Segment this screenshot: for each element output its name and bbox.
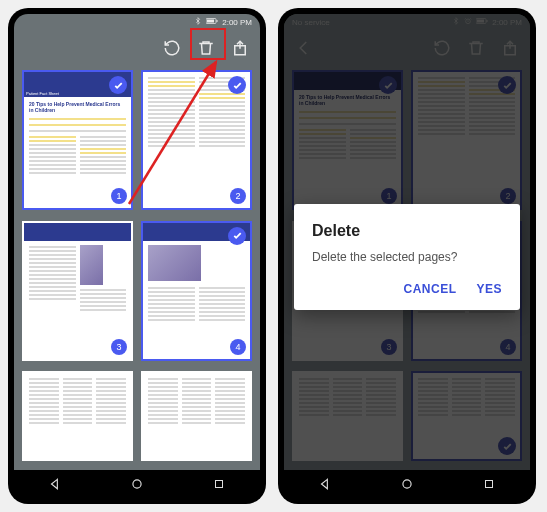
confirm-button[interactable]: YES	[476, 282, 502, 296]
delete-dialog: Delete Delete the selected pages? CANCEL…	[294, 204, 520, 310]
screen-left: 2:00 PM	[14, 14, 260, 470]
nav-home-button[interactable]	[397, 474, 417, 494]
svg-point-12	[403, 480, 411, 488]
selected-check-icon	[228, 76, 246, 94]
dialog-title: Delete	[312, 222, 502, 240]
status-bar: 2:00 PM	[14, 14, 260, 30]
page-thumb-2[interactable]: 2	[141, 70, 252, 210]
rotate-button[interactable]	[160, 36, 184, 60]
svg-rect-2	[207, 20, 214, 23]
doc-title: 20 Tips to Help Prevent Medical Errors i…	[29, 101, 126, 113]
page-number-badge: 4	[230, 339, 246, 355]
page-number-badge: 1	[111, 188, 127, 204]
nav-home-button[interactable]	[127, 474, 147, 494]
svg-rect-1	[217, 20, 218, 22]
nav-recent-button[interactable]	[479, 474, 499, 494]
page-grid: Patient Fact Sheet 20 Tips to Help Preve…	[14, 66, 260, 470]
status-time: 2:00 PM	[222, 18, 252, 27]
page-thumb-1[interactable]: Patient Fact Sheet 20 Tips to Help Preve…	[22, 70, 133, 210]
svg-rect-13	[486, 481, 493, 488]
bluetooth-icon	[194, 17, 202, 27]
page-thumb-4[interactable]: 4	[141, 221, 252, 361]
delete-button[interactable]	[194, 36, 218, 60]
page-thumb-5[interactable]	[22, 371, 133, 461]
nav-back-button[interactable]	[315, 474, 335, 494]
android-navbar	[284, 470, 530, 498]
svg-rect-6	[216, 481, 223, 488]
dialog-body: Delete the selected pages?	[312, 250, 502, 264]
toolbar	[14, 30, 260, 66]
export-button[interactable]	[228, 36, 252, 60]
android-navbar	[14, 470, 260, 498]
screen-right: No service 2:00 PM	[284, 14, 530, 470]
dialog-actions: CANCEL YES	[312, 282, 502, 302]
page-number-badge: 3	[111, 339, 127, 355]
nav-back-button[interactable]	[45, 474, 65, 494]
selected-check-icon	[109, 76, 127, 94]
battery-icon	[206, 17, 218, 27]
nav-recent-button[interactable]	[209, 474, 229, 494]
page-number-badge: 2	[230, 188, 246, 204]
page-thumb-6[interactable]	[141, 371, 252, 461]
phone-frame-left: 2:00 PM	[8, 8, 266, 504]
cancel-button[interactable]: CANCEL	[403, 282, 456, 296]
page-thumb-3[interactable]: 3	[22, 221, 133, 361]
svg-point-5	[133, 480, 141, 488]
selected-check-icon	[228, 227, 246, 245]
phone-frame-right: No service 2:00 PM	[278, 8, 536, 504]
status-right: 2:00 PM	[194, 17, 252, 27]
